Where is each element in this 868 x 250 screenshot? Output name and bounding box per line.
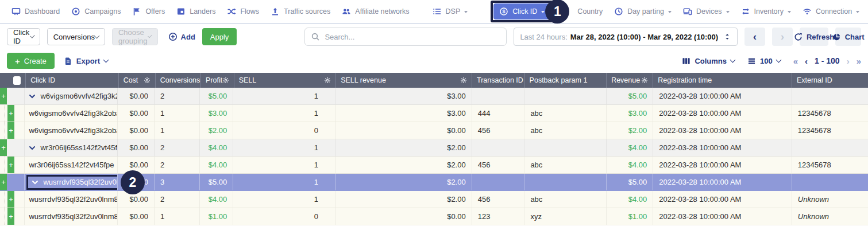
header-sell-revenue[interactable]: SELL revenue xyxy=(335,73,472,88)
grouping-select[interactable]: Choose grouping xyxy=(112,28,158,45)
last-page-button[interactable]: » xyxy=(857,56,861,66)
prev-page-button[interactable]: ‹ xyxy=(805,56,808,66)
search-input[interactable] xyxy=(304,28,507,46)
collapse-chevron-icon[interactable] xyxy=(29,144,36,151)
profit-cell: $3.00 xyxy=(199,105,233,122)
people-icon xyxy=(342,7,351,16)
settings-gear-icon[interactable] xyxy=(460,77,467,84)
date-next-button[interactable]: › xyxy=(772,28,793,46)
conversions-cell: 1 xyxy=(154,105,199,122)
report-type-value: Click ID xyxy=(13,28,31,45)
export-button[interactable]: Export xyxy=(64,57,108,65)
report-toolbar: Click ID Conversions Choose grouping Add… xyxy=(0,24,868,49)
transaction-id-cell: 444 xyxy=(472,105,524,122)
header-external-id[interactable]: External ID xyxy=(792,73,868,88)
table-row[interactable]: +wr3r06ij65ss142f2vt45fpe$0.002$4.001$2.… xyxy=(0,139,868,157)
settings-gear-icon[interactable] xyxy=(144,77,151,84)
nav-item-devices[interactable]: Devices xyxy=(683,7,729,16)
nav-label: DSP xyxy=(446,7,461,15)
apply-button[interactable]: Apply xyxy=(202,28,237,45)
annotation-box-step-1: $ Click ID 1 xyxy=(491,1,553,22)
table-row[interactable]: +wusrrdvf935ql32f2uv0lnm8$0.003$5.001$2.… xyxy=(0,174,868,191)
report-table: Click ID Cost Conversions Profit SELL SE… xyxy=(0,73,868,225)
top-navigation: Dashboard Campaigns Offers Landers Flows… xyxy=(0,0,868,24)
profit-cell: $4.00 xyxy=(199,191,233,208)
shuffle-icon xyxy=(227,7,236,16)
nav-item-flows[interactable]: Flows xyxy=(227,7,259,16)
table-row[interactable]: +w6vigsmo6vvfv42fig3k2oba$0.001$3.001$3.… xyxy=(0,105,868,122)
nav-item-campaigns[interactable]: Campaigns xyxy=(71,7,121,16)
report-type-select[interactable]: Click ID xyxy=(7,28,40,45)
header-sell[interactable]: SELL xyxy=(234,73,335,88)
nav-item-landers[interactable]: Landers xyxy=(176,7,215,16)
cost-cell: $0.00 xyxy=(117,139,154,156)
click-id-value: wusrrdvf935ql32f2uv0lnm8 xyxy=(43,178,117,186)
nav-item-dashboard[interactable]: Dashboard xyxy=(11,7,60,16)
create-button[interactable]: + Create xyxy=(7,53,55,69)
add-to-report-plus-button[interactable]: + xyxy=(7,208,14,225)
header-postback-param-1[interactable]: Postback param 1 xyxy=(524,73,607,88)
columns-button[interactable]: Columns xyxy=(682,57,735,65)
nav-item-affiliate-networks[interactable]: Affiliate networks xyxy=(342,7,409,16)
settings-gear-icon[interactable] xyxy=(324,77,331,84)
add-grouping-button[interactable]: Add xyxy=(168,32,195,41)
nav-item-connection[interactable]: Connection xyxy=(803,7,859,16)
metric-select[interactable]: Conversions xyxy=(47,28,105,45)
refresh-button[interactable]: Refresh xyxy=(800,28,828,46)
nav-item-country[interactable]: Country xyxy=(577,7,603,15)
first-page-button[interactable]: « xyxy=(793,56,798,66)
table-row[interactable]: +wusrrdvf935ql32f2uv0lnm8$0.001$1.000$0.… xyxy=(0,208,868,225)
date-prev-button[interactable]: ‹ xyxy=(744,28,765,46)
settings-gear-icon[interactable] xyxy=(641,77,648,84)
add-to-report-plus-button[interactable]: + xyxy=(7,191,14,208)
header-conversions[interactable]: Conversions xyxy=(155,73,200,88)
header-revenue[interactable]: Revenue xyxy=(606,73,653,88)
next-page-button[interactable]: › xyxy=(847,56,850,66)
postback-param-cell: abc xyxy=(524,122,606,139)
cost-cell: $0.00 xyxy=(117,208,154,225)
nav-label: Country xyxy=(577,7,603,15)
external-id-cell: Unknown xyxy=(792,208,868,225)
collapse-chevron-icon[interactable] xyxy=(29,93,36,100)
add-to-report-plus-button[interactable]: + xyxy=(7,122,14,139)
registration-time-cell: 2022-03-28 10:00:00 AM xyxy=(653,139,792,156)
nav-item-dsp[interactable]: DSP xyxy=(433,7,468,16)
external-id-cell: Unknown xyxy=(792,191,868,208)
chart-button[interactable]: Chart xyxy=(835,28,861,46)
nav-item-day-parting[interactable]: Day parting xyxy=(614,7,672,16)
revenue-cell: $4.00 xyxy=(606,139,653,156)
table-row[interactable]: +w6vigsmo6vvfv42fig3k2oba$0.001$2.000$0.… xyxy=(0,122,868,139)
transaction-id-cell xyxy=(472,139,524,156)
external-id-cell: 12345678 xyxy=(792,157,868,173)
add-to-report-plus-button[interactable]: + xyxy=(0,139,7,156)
add-to-report-plus-button[interactable]: + xyxy=(0,88,7,104)
nav-label: Day parting xyxy=(627,7,664,15)
header-transaction-id[interactable]: Transaction ID xyxy=(472,73,524,88)
collapse-chevron-icon[interactable] xyxy=(32,179,38,186)
table-row[interactable]: +w6vigsmo6vvfv42fig3k2oba$0.002$5.001$3.… xyxy=(0,88,868,105)
nav-item-traffic-sources[interactable]: Traffic sources xyxy=(271,7,330,16)
page-size-select[interactable]: 100 xyxy=(747,57,781,65)
expand-cell: + xyxy=(0,174,24,190)
date-range-picker[interactable]: Last 24 hours: Mar 28, 2022 (10:00) - Ma… xyxy=(514,28,738,46)
add-to-report-plus-button[interactable]: + xyxy=(7,157,14,173)
click-id-value: w6vigsmo6vvfv42fig3k2oba xyxy=(40,92,117,100)
add-to-report-plus-button[interactable]: + xyxy=(7,105,14,122)
nav-item-click-id[interactable]: $ Click ID xyxy=(493,3,550,19)
header-registration-time[interactable]: Registration time xyxy=(653,73,792,88)
add-to-report-plus-button[interactable]: + xyxy=(0,174,7,190)
click-id-cell: wusrrdvf935ql32f2uv0lnm8 xyxy=(24,208,117,225)
registration-time-cell: 2022-03-28 10:00:00 AM xyxy=(653,105,792,122)
settings-gear-icon[interactable] xyxy=(222,77,229,84)
header-profit[interactable]: Profit xyxy=(200,73,234,88)
select-all-checkbox[interactable] xyxy=(13,76,21,85)
external-id-cell xyxy=(792,139,868,156)
sell-revenue-cell: $0.00 xyxy=(335,208,472,225)
nav-item-inventory[interactable]: Inventory xyxy=(741,7,791,16)
header-click-id[interactable]: Click ID xyxy=(25,73,118,88)
postback-param-cell: abc xyxy=(524,157,606,173)
nav-item-offers[interactable]: Offers xyxy=(132,7,165,16)
registration-time-cell: 2022-03-28 10:00:00 AM xyxy=(653,208,792,225)
header-cost[interactable]: Cost xyxy=(118,73,155,88)
nav-label: Flows xyxy=(240,7,259,15)
